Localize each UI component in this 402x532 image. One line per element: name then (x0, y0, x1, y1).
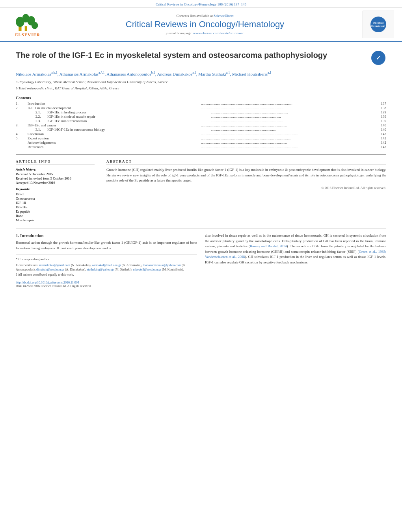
toc-row-5: 5. Expert opinion ......................… (16, 136, 386, 140)
section-1-para2: also involved in tissue repair as well a… (205, 233, 386, 265)
affiliation-b: b Third orthopaedic clinic, KAT General … (16, 86, 386, 91)
svg-point-4 (32, 22, 38, 29)
body-left: 1. Introduction Hormonal action through … (16, 233, 197, 288)
logo-circle: OncologyHematology (370, 17, 386, 32)
journal-top-bar: Critical Reviews in Oncology/Hematology … (0, 0, 402, 7)
doi-link: http://dx.doi.org/10.1016/j.critrevonc.2… (16, 281, 197, 284)
email-thanosarmakolas[interactable]: thanosarmakolas@yahoo.com (143, 263, 181, 267)
affiliation-a: a Physiology Laboratory, Athens Medical … (16, 80, 386, 85)
contents-section: Contents 1. Introduction ...............… (16, 96, 386, 149)
journal-center: Contents lists available at ScienceDirec… (47, 14, 363, 35)
keyword-igf1ec: IGF-1Ec (16, 205, 95, 209)
divider-2 (16, 228, 386, 228)
abstract-copyright: © 2016 Elsevier Ireland Ltd. All rights … (106, 186, 386, 190)
toc-row-2-2: 2.2. IGF-1Ec in skeletal muscle repair .… (16, 115, 386, 119)
revised-date: Received in revised form 5 October 2016 (16, 176, 95, 180)
body-section: 1. Introduction Hormonal action through … (16, 233, 386, 288)
keyword-ec-peptide: Ec peptide (16, 209, 95, 213)
article-title: The role of the IGF-1 Ec in myoskeletal … (16, 50, 363, 60)
sciencedirect-link[interactable]: ScienceDirect (214, 14, 233, 18)
abstract-text: Growth hormone (GH) regulated mainly liv… (106, 167, 386, 184)
keywords-label: Keywords: (16, 187, 95, 191)
footnote-equal: 1 All authors contributed equally to thi… (16, 272, 197, 277)
article-info-heading: ARTICLE INFO (16, 159, 95, 165)
journal-header: ELSEVIER Contents lists available at Sci… (0, 7, 402, 42)
toc-row-3-1: 3.1. IGF-1/IGF-1Ec in osteosarcoma biolo… (16, 128, 386, 132)
ref-harvey[interactable]: Harvey and Baudet, 2014 (250, 244, 287, 248)
keyword-igf1r: IGF-1R (16, 201, 95, 205)
elsevier-tree-icon (16, 12, 39, 32)
received-date: Received 5 December 2015 (16, 172, 95, 176)
toc-row-2-1: 2.1. IGF-1Ec in healing process ........… (16, 110, 386, 114)
authors-text: Nikolaos Armakolasa,b,1, Athanasios Arma… (16, 72, 272, 76)
svg-rect-5 (25, 26, 27, 31)
keywords-section: Keywords: IGF-1 Osteosarcoma IGF-1R IGF-… (16, 187, 95, 222)
article-history: Article history: Received 5 December 201… (16, 167, 95, 185)
keyword-osteosarcoma: Osteosarcoma (16, 196, 95, 200)
keyword-igf1: IGF-1 (16, 192, 95, 196)
article-content: The role of the IGF-1 Ec in myoskeletal … (0, 42, 402, 296)
article-info-abstract: ARTICLE INFO Article history: Received 5… (16, 159, 386, 222)
history-label: Article history: (16, 167, 95, 171)
divider-1 (16, 154, 386, 155)
article-title-section: The role of the IGF-1 Ec in myoskeletal … (16, 50, 386, 66)
accepted-date: Accepted 13 November 2016 (16, 181, 95, 185)
ref-green[interactable]: Green et al., 1985; Vanderschueren et al… (205, 250, 386, 259)
footnotes: * Corresponding author. E-mail addresses… (16, 254, 197, 277)
toc-row-3: 3. IGF-1Ec and cancer ..................… (16, 123, 386, 127)
elsevier-logo: ELSEVIER (8, 12, 47, 37)
email-aarmakol[interactable]: aarmakol@med.uoa.gr (92, 263, 121, 267)
footnote-emails: E-mail addresses: narmakolas@gmail.com (… (16, 263, 197, 272)
body-right: also involved in tissue repair as well a… (205, 233, 386, 288)
section-1-para1: Hormonal action through the growth hormo… (16, 240, 197, 251)
toc-row-2-3: 2.3. IGF-1Ec and differentiation .......… (16, 119, 386, 123)
keyword-bone: Bone (16, 214, 95, 218)
email-stathaking[interactable]: stathaking@yahoo.gr (87, 268, 114, 271)
page: Critical Reviews in Oncology/Hematology … (0, 0, 402, 532)
crossmark-badge: ✓ (370, 50, 386, 66)
authors: Nikolaos Armakolasa,b,1, Athanasios Arma… (16, 70, 386, 77)
contents-available: Contents lists available at ScienceDirec… (47, 14, 363, 18)
email-mkoutsil[interactable]: mkoutsil@med.uoa.gr (133, 268, 161, 271)
journal-title-header: Critical Reviews in Oncology/Hematology (47, 19, 363, 30)
journal-logo-right: OncologyHematology (363, 11, 394, 38)
article-footer: http://dx.doi.org/10.1016/j.critrevonc.2… (16, 281, 197, 288)
abstract-section: ABSTRACT Growth hormone (GH) regulated m… (106, 159, 386, 222)
toc-row-ref: References .............................… (16, 145, 386, 149)
affiliations: a Physiology Laboratory, Athens Medical … (16, 80, 386, 91)
contents-heading: Contents (16, 96, 386, 100)
toc-row-ack: Acknowledgements .......................… (16, 141, 386, 145)
doi-anchor[interactable]: http://dx.doi.org/10.1016/j.critrevonc.2… (16, 281, 79, 284)
email-dimakak[interactable]: dimakak@med.uoa.gr (36, 268, 64, 271)
email-narmakolas[interactable]: narmakolas@gmail.com (39, 263, 70, 267)
elsevier-label: ELSEVIER (15, 32, 40, 37)
toc-row-2: 2. IGF-1 in skeletal development .......… (16, 106, 386, 110)
svg-text:✓: ✓ (376, 55, 381, 61)
journal-url[interactable]: www.elsevier.com/locate/critrevonc (193, 31, 244, 35)
footnote-star: * Corresponding author. (16, 257, 197, 262)
abstract-heading: ABSTRACT (106, 159, 386, 165)
article-info: ARTICLE INFO Article history: Received 5… (16, 159, 95, 222)
journal-homepage: journal homepage: www.elsevier.com/locat… (47, 31, 363, 35)
toc-row-1: 1. Introduction ........................… (16, 102, 386, 106)
toc-table: 1. Introduction ........................… (16, 102, 386, 149)
journal-citation: Critical Reviews in Oncology/Hematology … (156, 2, 246, 6)
keyword-muscle-repair: Muscle repair (16, 218, 95, 222)
issn: 1040-8428/© 2016 Elsevier Ireland Ltd. A… (16, 284, 197, 288)
toc-row-4: 4. Conclusion ..........................… (16, 132, 386, 136)
section-1-heading: 1. Introduction (16, 233, 197, 238)
